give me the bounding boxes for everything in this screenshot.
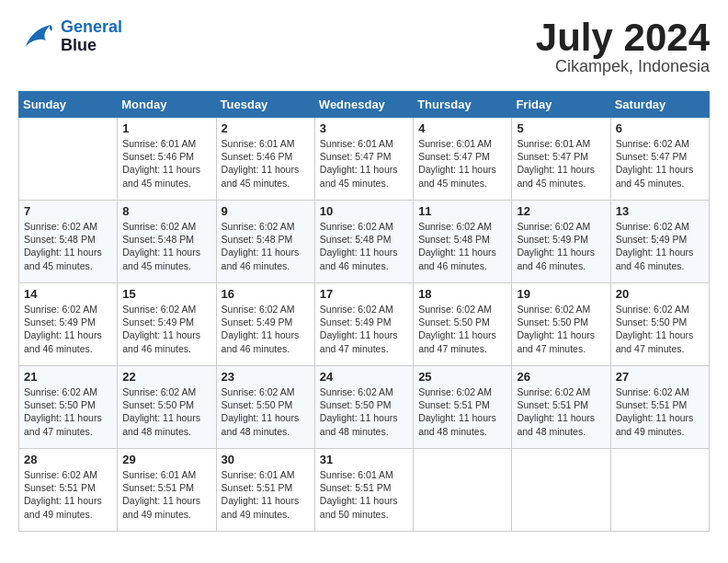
day-info: Sunrise: 6:02 AMSunset: 5:51 PMDaylight:…	[418, 385, 506, 438]
week-row-2: 7Sunrise: 6:02 AMSunset: 5:48 PMDaylight…	[19, 201, 710, 283]
weekday-header-sunday: Sunday	[19, 92, 118, 118]
day-cell: 28Sunrise: 6:02 AMSunset: 5:51 PMDayligh…	[19, 449, 118, 532]
day-info: Sunrise: 6:02 AMSunset: 5:48 PMDaylight:…	[320, 220, 408, 272]
day-cell: 3Sunrise: 6:01 AMSunset: 5:47 PMDaylight…	[314, 118, 413, 201]
logo-icon	[18, 20, 55, 52]
day-number: 2	[222, 121, 310, 135]
day-info: Sunrise: 6:01 AMSunset: 5:51 PMDaylight:…	[222, 468, 310, 521]
day-number: 27	[616, 370, 704, 384]
day-cell: 19Sunrise: 6:02 AMSunset: 5:50 PMDayligh…	[512, 283, 610, 366]
weekday-header-wednesday: Wednesday	[314, 92, 413, 118]
day-number: 8	[122, 204, 210, 218]
day-number: 31	[320, 453, 408, 466]
day-info: Sunrise: 6:02 AMSunset: 5:49 PMDaylight:…	[122, 303, 210, 355]
day-cell	[414, 449, 512, 532]
day-info: Sunrise: 6:02 AMSunset: 5:50 PMDaylight:…	[320, 385, 408, 438]
page-header: General Blue July 2024 Cikampek, Indones…	[18, 18, 710, 76]
day-cell: 2Sunrise: 6:01 AMSunset: 5:46 PMDaylight…	[216, 118, 314, 201]
day-cell: 18Sunrise: 6:02 AMSunset: 5:50 PMDayligh…	[414, 283, 512, 366]
day-info: Sunrise: 6:02 AMSunset: 5:49 PMDaylight:…	[24, 303, 112, 355]
day-info: Sunrise: 6:02 AMSunset: 5:49 PMDaylight:…	[616, 220, 704, 272]
day-info: Sunrise: 6:02 AMSunset: 5:50 PMDaylight:…	[616, 303, 704, 355]
day-info: Sunrise: 6:02 AMSunset: 5:51 PMDaylight:…	[24, 468, 112, 521]
logo-text: General Blue	[61, 18, 122, 55]
day-cell: 7Sunrise: 6:02 AMSunset: 5:48 PMDaylight…	[19, 201, 118, 283]
day-cell: 10Sunrise: 6:02 AMSunset: 5:48 PMDayligh…	[314, 201, 413, 283]
day-cell: 27Sunrise: 6:02 AMSunset: 5:51 PMDayligh…	[610, 366, 709, 449]
day-info: Sunrise: 6:02 AMSunset: 5:48 PMDaylight:…	[418, 220, 506, 272]
day-cell: 4Sunrise: 6:01 AMSunset: 5:47 PMDaylight…	[414, 118, 512, 201]
day-number: 19	[517, 287, 605, 301]
day-number: 26	[517, 370, 605, 384]
weekday-header-monday: Monday	[118, 92, 216, 118]
day-info: Sunrise: 6:02 AMSunset: 5:50 PMDaylight:…	[517, 303, 605, 355]
day-cell: 13Sunrise: 6:02 AMSunset: 5:49 PMDayligh…	[610, 201, 709, 283]
day-info: Sunrise: 6:02 AMSunset: 5:50 PMDaylight:…	[122, 385, 210, 438]
day-number: 30	[222, 453, 310, 466]
day-number: 23	[222, 370, 310, 384]
day-number: 20	[616, 287, 704, 301]
day-cell: 30Sunrise: 6:01 AMSunset: 5:51 PMDayligh…	[216, 449, 314, 532]
day-number: 29	[122, 453, 210, 466]
day-cell: 14Sunrise: 6:02 AMSunset: 5:49 PMDayligh…	[19, 283, 118, 366]
day-cell: 24Sunrise: 6:02 AMSunset: 5:50 PMDayligh…	[314, 366, 413, 449]
title-block: July 2024 Cikampek, Indonesia	[536, 18, 710, 76]
day-info: Sunrise: 6:02 AMSunset: 5:49 PMDaylight:…	[320, 303, 408, 355]
day-info: Sunrise: 6:02 AMSunset: 5:51 PMDaylight:…	[616, 385, 704, 438]
day-info: Sunrise: 6:02 AMSunset: 5:49 PMDaylight:…	[222, 303, 310, 355]
month-title: July 2024	[536, 18, 710, 57]
day-number: 3	[320, 121, 408, 135]
day-cell	[512, 449, 610, 532]
day-info: Sunrise: 6:02 AMSunset: 5:48 PMDaylight:…	[222, 220, 310, 272]
week-row-3: 14Sunrise: 6:02 AMSunset: 5:49 PMDayligh…	[19, 283, 710, 366]
day-info: Sunrise: 6:01 AMSunset: 5:47 PMDaylight:…	[320, 137, 408, 190]
day-cell: 12Sunrise: 6:02 AMSunset: 5:49 PMDayligh…	[512, 201, 610, 283]
day-cell: 20Sunrise: 6:02 AMSunset: 5:50 PMDayligh…	[610, 283, 709, 366]
day-cell: 29Sunrise: 6:01 AMSunset: 5:51 PMDayligh…	[118, 449, 216, 532]
logo: General Blue	[18, 18, 122, 55]
calendar: SundayMondayTuesdayWednesdayThursdayFrid…	[18, 91, 710, 532]
day-number: 18	[418, 287, 506, 301]
day-cell: 26Sunrise: 6:02 AMSunset: 5:51 PMDayligh…	[512, 366, 610, 449]
day-number: 7	[24, 204, 112, 218]
day-number: 4	[418, 121, 506, 135]
day-number: 16	[222, 287, 310, 301]
day-number: 28	[24, 453, 112, 466]
day-cell: 21Sunrise: 6:02 AMSunset: 5:50 PMDayligh…	[19, 366, 118, 449]
day-info: Sunrise: 6:02 AMSunset: 5:50 PMDaylight:…	[418, 303, 506, 355]
day-info: Sunrise: 6:01 AMSunset: 5:46 PMDaylight:…	[122, 137, 210, 190]
weekday-header-tuesday: Tuesday	[216, 92, 314, 118]
day-info: Sunrise: 6:02 AMSunset: 5:50 PMDaylight:…	[24, 385, 112, 438]
day-info: Sunrise: 6:02 AMSunset: 5:47 PMDaylight:…	[616, 137, 704, 190]
day-info: Sunrise: 6:02 AMSunset: 5:48 PMDaylight:…	[24, 220, 112, 272]
week-row-1: 1Sunrise: 6:01 AMSunset: 5:46 PMDaylight…	[19, 118, 710, 201]
day-cell: 25Sunrise: 6:02 AMSunset: 5:51 PMDayligh…	[414, 366, 512, 449]
day-number: 5	[517, 121, 605, 135]
day-info: Sunrise: 6:01 AMSunset: 5:51 PMDaylight:…	[122, 468, 210, 521]
day-cell: 9Sunrise: 6:02 AMSunset: 5:48 PMDaylight…	[216, 201, 314, 283]
day-number: 13	[616, 204, 704, 218]
day-info: Sunrise: 6:02 AMSunset: 5:51 PMDaylight:…	[517, 385, 605, 438]
day-number: 21	[24, 370, 112, 384]
day-number: 9	[222, 204, 310, 218]
day-number: 17	[320, 287, 408, 301]
weekday-header-saturday: Saturday	[610, 92, 709, 118]
day-number: 6	[616, 121, 704, 135]
day-cell: 6Sunrise: 6:02 AMSunset: 5:47 PMDaylight…	[610, 118, 709, 201]
week-row-5: 28Sunrise: 6:02 AMSunset: 5:51 PMDayligh…	[19, 449, 710, 532]
day-info: Sunrise: 6:02 AMSunset: 5:50 PMDaylight:…	[222, 385, 310, 438]
location: Cikampek, Indonesia	[536, 57, 710, 76]
day-number: 22	[122, 370, 210, 384]
day-number: 11	[418, 204, 506, 218]
calendar-header-row: SundayMondayTuesdayWednesdayThursdayFrid…	[19, 92, 710, 118]
day-info: Sunrise: 6:02 AMSunset: 5:48 PMDaylight:…	[122, 220, 210, 272]
day-cell: 17Sunrise: 6:02 AMSunset: 5:49 PMDayligh…	[314, 283, 413, 366]
day-cell: 8Sunrise: 6:02 AMSunset: 5:48 PMDaylight…	[118, 201, 216, 283]
day-cell	[19, 118, 118, 201]
day-cell: 11Sunrise: 6:02 AMSunset: 5:48 PMDayligh…	[414, 201, 512, 283]
day-info: Sunrise: 6:01 AMSunset: 5:47 PMDaylight:…	[418, 137, 506, 190]
day-cell: 1Sunrise: 6:01 AMSunset: 5:46 PMDaylight…	[118, 118, 216, 201]
day-cell	[610, 449, 709, 532]
day-number: 24	[320, 370, 408, 384]
day-cell: 16Sunrise: 6:02 AMSunset: 5:49 PMDayligh…	[216, 283, 314, 366]
